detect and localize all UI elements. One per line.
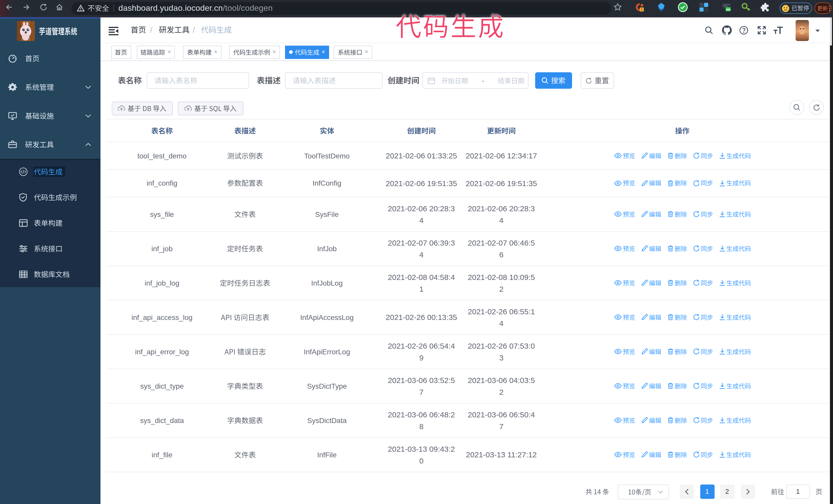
svg-text:1: 1	[641, 7, 643, 11]
svg-text:on: on	[726, 7, 730, 11]
